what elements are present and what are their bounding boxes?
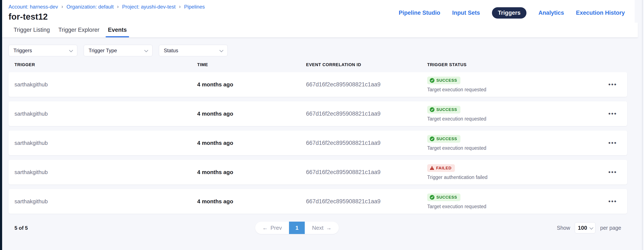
status-filter-select[interactable]: Status [159, 45, 228, 56]
more-options-icon[interactable]: ••• [608, 140, 617, 146]
event-rows: sarthakgithub 4 months ago 667d16f2ec895… [8, 72, 627, 214]
event-time: 4 months ago [191, 169, 300, 176]
trigger-name: sarthakgithub [8, 169, 191, 176]
status-badge: SUCCESS [427, 193, 460, 201]
trigger-status-cell: SUCCESS Target execution requested [421, 135, 595, 151]
events-content: Triggers Trigger Type Status TRIGGER TIM… [2, 38, 644, 245]
triggers-filter-select[interactable]: Triggers [8, 45, 77, 56]
pipeline-top-nav: Pipeline Studio Input Sets Triggers Anal… [399, 7, 625, 19]
per-page-control: Show 100 per page [557, 222, 621, 233]
app-area: Account: harness-dev › Organization: def… [2, 0, 644, 250]
status-detail: Trigger authentication failed [427, 175, 488, 180]
next-page-button[interactable]: Next → [305, 222, 338, 234]
breadcrumb-separator-icon: › [61, 4, 63, 10]
event-time: 4 months ago [191, 81, 300, 88]
nav-pipeline-studio[interactable]: Pipeline Studio [399, 10, 440, 16]
status-detail: Target execution requested [427, 116, 486, 122]
breadcrumb-pipelines[interactable]: Pipelines [184, 4, 205, 10]
check-circle-icon [430, 195, 434, 200]
nav-analytics[interactable]: Analytics [538, 10, 564, 16]
breadcrumb-separator-icon: › [179, 4, 180, 10]
tab-trigger-listing[interactable]: Trigger Listing [14, 23, 50, 37]
trigger-type-filter-select[interactable]: Trigger Type [84, 45, 152, 56]
status-badge: SUCCESS [427, 77, 460, 84]
table-row[interactable]: sarthakgithub 4 months ago 667d16f2ec895… [8, 131, 627, 155]
breadcrumb-project[interactable]: Project: ayushi-dev-test [122, 4, 176, 10]
column-header-trigger-status: TRIGGER STATUS [421, 62, 595, 67]
column-header-time: TIME [191, 62, 300, 67]
trigger-status-cell: FAILED Trigger authentication failed [421, 164, 595, 180]
more-options-icon[interactable]: ••• [608, 81, 617, 88]
event-correlation-id: 667d16f2ec895908821c1aa9 [300, 110, 421, 117]
trigger-name: sarthakgithub [8, 198, 191, 205]
arrow-left-icon: ← [262, 225, 268, 231]
status-filter-label: Status [164, 48, 178, 54]
event-correlation-id: 667d16f2ec895908821c1aa9 [300, 140, 421, 146]
breadcrumb-separator-icon: › [117, 4, 119, 10]
chevron-down-icon [144, 48, 148, 52]
chevron-down-icon [590, 225, 593, 229]
table-header-row: TRIGGER TIME EVENT CORRELATION ID TRIGGE… [8, 62, 627, 72]
trigger-name: sarthakgithub [8, 110, 191, 117]
tab-trigger-explorer[interactable]: Trigger Explorer [58, 23, 100, 37]
trigger-name: sarthakgithub [8, 81, 191, 88]
scrollbar[interactable] [642, 0, 642, 250]
more-options-icon[interactable]: ••• [608, 169, 617, 175]
status-detail: Target execution requested [427, 145, 486, 151]
check-circle-icon [430, 137, 434, 141]
page-size-select[interactable]: 100 [575, 222, 596, 233]
collapsed-side-nav[interactable] [0, 0, 2, 250]
page-header: Account: harness-dev › Organization: def… [2, 0, 635, 23]
event-time: 4 months ago [191, 110, 300, 117]
event-correlation-id: 667d16f2ec895908821c1aa9 [300, 169, 421, 176]
table-row[interactable]: sarthakgithub 4 months ago 667d16f2ec895… [8, 160, 627, 185]
event-time: 4 months ago [191, 198, 300, 205]
nav-input-sets[interactable]: Input Sets [452, 10, 480, 16]
prev-page-button[interactable]: ← Prev [255, 222, 289, 234]
pagination: ← Prev 1 Next → [255, 222, 339, 234]
column-header-trigger: TRIGGER [8, 62, 191, 67]
filters-row: Triggers Trigger Type Status [8, 45, 627, 56]
status-badge: FAILED [427, 164, 455, 172]
event-correlation-id: 667d16f2ec895908821c1aa9 [300, 81, 421, 88]
trigger-tabbar: Trigger Listing Trigger Explorer Events [2, 23, 638, 38]
trigger-status-cell: SUCCESS Target execution requested [421, 77, 595, 93]
event-correlation-id: 667d16f2ec895908821c1aa9 [300, 198, 421, 205]
status-badge: SUCCESS [427, 106, 460, 113]
triggers-filter-label: Triggers [14, 48, 32, 54]
breadcrumb-organization[interactable]: Organization: default [66, 4, 114, 10]
table-row[interactable]: sarthakgithub 4 months ago 667d16f2ec895… [8, 72, 627, 97]
chevron-down-icon [69, 48, 73, 52]
per-page-label: per page [600, 225, 621, 231]
more-options-icon[interactable]: ••• [608, 198, 617, 205]
table-row[interactable]: sarthakgithub 4 months ago 667d16f2ec895… [8, 189, 627, 214]
page-number-button[interactable]: 1 [289, 222, 305, 234]
status-detail: Target execution requested [427, 87, 486, 93]
column-header-event-correlation-id: EVENT CORRELATION ID [300, 62, 421, 67]
breadcrumb-account[interactable]: Account: harness-dev [8, 4, 58, 10]
trigger-status-cell: SUCCESS Target execution requested [421, 193, 595, 209]
chevron-down-icon [219, 48, 223, 52]
warning-triangle-icon [430, 166, 434, 170]
show-label: Show [557, 225, 570, 231]
tab-events[interactable]: Events [108, 23, 127, 37]
table-row[interactable]: sarthakgithub 4 months ago 667d16f2ec895… [8, 101, 627, 126]
check-circle-icon [430, 78, 434, 83]
nav-triggers[interactable]: Triggers [492, 7, 527, 19]
trigger-name: sarthakgithub [8, 140, 191, 146]
status-detail: Target execution requested [427, 204, 486, 209]
check-circle-icon [430, 107, 434, 112]
trigger-status-cell: SUCCESS Target execution requested [421, 106, 595, 122]
trigger-type-filter-label: Trigger Type [88, 48, 117, 54]
result-count: 5 of 5 [14, 225, 28, 231]
pagination-footer: 5 of 5 ← Prev 1 Next → Show 100 [8, 222, 627, 245]
more-options-icon[interactable]: ••• [608, 110, 617, 117]
screen: Account: harness-dev › Organization: def… [0, 0, 644, 250]
arrow-right-icon: → [326, 225, 332, 231]
event-time: 4 months ago [191, 140, 300, 146]
status-badge: SUCCESS [427, 135, 460, 143]
nav-execution-history[interactable]: Execution History [576, 10, 625, 16]
